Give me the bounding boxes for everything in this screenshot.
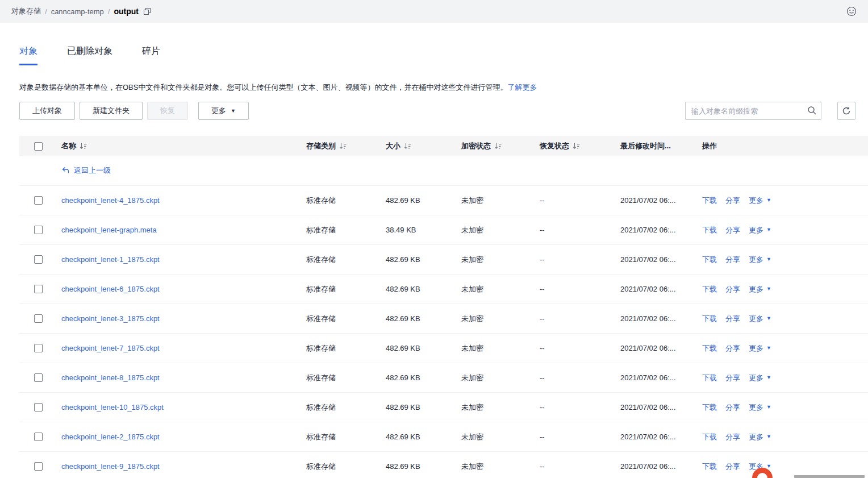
row-more-link[interactable]: 更多 ▼ xyxy=(749,402,771,413)
download-link[interactable]: 下载 xyxy=(702,196,717,206)
intro-body: 对象是数据存储的基本单位，在OBS中文件和文件夹都是对象。您可以上传任何类型（文… xyxy=(19,83,507,92)
object-name-link[interactable]: checkpoint_lenet-2_1875.ckpt xyxy=(61,433,160,441)
modified-cell: 2021/07/02 06:... xyxy=(616,196,698,205)
row-more-label: 更多 xyxy=(749,373,763,383)
download-link[interactable]: 下载 xyxy=(702,255,717,265)
header-restore-status[interactable]: 恢复状态 xyxy=(535,141,616,151)
object-table-body: checkpoint_lenet-4_1875.ckpt 标准存储 482.69… xyxy=(19,186,868,478)
caret-down-icon: ▼ xyxy=(766,405,771,410)
row-checkbox[interactable] xyxy=(34,196,43,205)
encryption-cell: 未加密 xyxy=(457,343,535,354)
row-checkbox[interactable] xyxy=(34,462,43,471)
download-link[interactable]: 下载 xyxy=(702,373,717,383)
search-icon[interactable] xyxy=(807,106,817,115)
row-checkbox[interactable] xyxy=(34,255,43,264)
row-checkbox[interactable] xyxy=(34,403,43,412)
row-checkbox[interactable] xyxy=(34,226,43,234)
breadcrumb-separator: / xyxy=(108,7,110,16)
refresh-button[interactable] xyxy=(837,102,856,120)
row-more-link[interactable]: 更多 ▼ xyxy=(749,432,771,442)
row-checkbox[interactable] xyxy=(34,344,43,352)
header-encryption-status[interactable]: 加密状态 xyxy=(457,141,535,151)
row-checkbox[interactable] xyxy=(34,285,43,293)
tab-fragments[interactable]: 碎片 xyxy=(142,45,160,65)
modified-cell: 2021/07/02 06:... xyxy=(616,403,698,412)
intro-text: 对象是数据存储的基本单位，在OBS中文件和文件夹都是对象。您可以上传任何类型（文… xyxy=(19,82,849,93)
more-button[interactable]: 更多 ▼ xyxy=(198,102,249,120)
sort-icon[interactable] xyxy=(339,143,347,150)
sort-icon[interactable] xyxy=(573,143,580,150)
storage-class-cell: 标准存储 xyxy=(302,432,381,442)
restore-button[interactable]: 恢复 xyxy=(147,102,188,120)
object-name-link[interactable]: checkpoint_lenet-3_1875.ckpt xyxy=(61,314,160,323)
table-row: checkpoint_lenet-graph.meta 标准存储 38.49 K… xyxy=(19,215,868,245)
header-size[interactable]: 大小 xyxy=(381,141,457,151)
object-name-link[interactable]: checkpoint_lenet-1_1875.ckpt xyxy=(61,255,160,264)
sort-icon[interactable] xyxy=(404,143,411,150)
object-name-link[interactable]: checkpoint_lenet-9_1875.ckpt xyxy=(61,462,160,471)
row-checkbox[interactable] xyxy=(34,433,43,441)
share-link[interactable]: 分享 xyxy=(725,196,740,206)
table-row: checkpoint_lenet-1_1875.ckpt 标准存储 482.69… xyxy=(19,245,868,275)
restore-status-cell: -- xyxy=(535,285,616,293)
restore-status-cell: -- xyxy=(535,403,616,412)
object-name-link[interactable]: checkpoint_lenet-7_1875.ckpt xyxy=(61,344,160,352)
row-more-link[interactable]: 更多 ▼ xyxy=(749,314,771,324)
share-link[interactable]: 分享 xyxy=(725,402,740,413)
row-more-link[interactable]: 更多 ▼ xyxy=(749,255,771,265)
upload-object-button[interactable]: 上传对象 xyxy=(19,102,75,120)
modified-cell: 2021/07/02 06:... xyxy=(616,344,698,352)
learn-more-link[interactable]: 了解更多 xyxy=(507,83,537,92)
object-name-link[interactable]: checkpoint_lenet-10_1875.ckpt xyxy=(61,403,164,412)
breadcrumb-current-folder: output xyxy=(114,7,139,16)
row-more-link[interactable]: 更多 ▼ xyxy=(749,225,771,235)
object-name-link[interactable]: checkpoint_lenet-8_1875.ckpt xyxy=(61,373,160,382)
share-link[interactable]: 分享 xyxy=(725,225,740,235)
back-to-parent-link[interactable]: 返回上一级 xyxy=(61,165,111,176)
search-input[interactable] xyxy=(685,102,821,120)
modified-cell: 2021/07/02 06:... xyxy=(616,373,698,382)
share-link[interactable]: 分享 xyxy=(725,432,740,442)
modified-cell: 2021/07/02 06:... xyxy=(616,285,698,293)
breadcrumb-bucket[interactable]: canncamp-temp xyxy=(51,7,104,16)
copy-icon[interactable] xyxy=(143,7,151,15)
header-name[interactable]: 名称 xyxy=(57,141,302,151)
header-storage-class[interactable]: 存储类别 xyxy=(302,141,381,151)
share-link[interactable]: 分享 xyxy=(725,462,740,472)
download-link[interactable]: 下载 xyxy=(702,284,717,294)
row-more-label: 更多 xyxy=(749,284,763,294)
select-all-checkbox[interactable] xyxy=(34,142,43,151)
tab-objects[interactable]: 对象 xyxy=(19,45,37,65)
sort-icon[interactable] xyxy=(494,143,502,150)
object-name-link[interactable]: checkpoint_lenet-graph.meta xyxy=(61,226,157,234)
object-name-link[interactable]: checkpoint_lenet-4_1875.ckpt xyxy=(61,196,160,205)
row-more-link[interactable]: 更多 ▼ xyxy=(749,343,771,354)
row-more-link[interactable]: 更多 ▼ xyxy=(749,196,771,206)
download-link[interactable]: 下载 xyxy=(702,225,717,235)
new-folder-button[interactable]: 新建文件夹 xyxy=(80,102,143,120)
share-link[interactable]: 分享 xyxy=(725,373,740,383)
restore-status-cell: -- xyxy=(535,462,616,471)
row-checkbox[interactable] xyxy=(34,314,43,323)
share-link[interactable]: 分享 xyxy=(725,314,740,324)
share-link[interactable]: 分享 xyxy=(725,255,740,265)
smiley-feedback-icon[interactable] xyxy=(846,6,857,16)
storage-class-cell: 标准存储 xyxy=(302,225,381,235)
row-checkbox[interactable] xyxy=(34,373,43,382)
restore-status-cell: -- xyxy=(535,314,616,323)
download-link[interactable]: 下载 xyxy=(702,314,717,324)
caret-down-icon: ▼ xyxy=(766,346,771,351)
download-link[interactable]: 下载 xyxy=(702,343,717,354)
breadcrumb-object-storage[interactable]: 对象存储 xyxy=(11,6,41,16)
header-last-modified[interactable]: 最后修改时间... xyxy=(616,141,698,151)
sort-icon[interactable] xyxy=(80,143,87,150)
share-link[interactable]: 分享 xyxy=(725,284,740,294)
row-more-link[interactable]: 更多 ▼ xyxy=(749,373,771,383)
share-link[interactable]: 分享 xyxy=(725,343,740,354)
tab-deleted-objects[interactable]: 已删除对象 xyxy=(67,45,112,65)
download-link[interactable]: 下载 xyxy=(702,402,717,413)
object-name-link[interactable]: checkpoint_lenet-6_1875.ckpt xyxy=(61,285,160,293)
download-link[interactable]: 下载 xyxy=(702,432,717,442)
row-more-link[interactable]: 更多 ▼ xyxy=(749,284,771,294)
download-link[interactable]: 下载 xyxy=(702,462,717,472)
